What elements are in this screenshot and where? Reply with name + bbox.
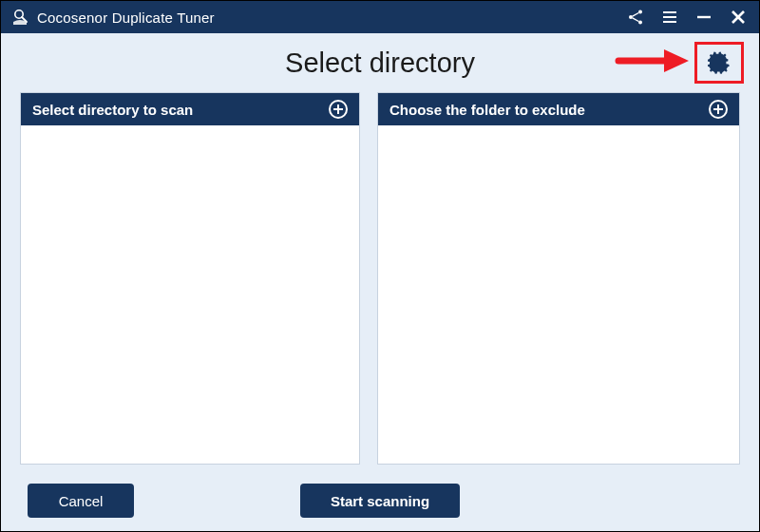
svg-marker-14: [664, 49, 689, 72]
exclude-panel: Choose the folder to exclude: [377, 92, 740, 465]
scan-panel: Select directory to scan: [20, 92, 360, 465]
footer: Cancel Start scanning: [1, 470, 759, 531]
svg-point-3: [629, 15, 633, 19]
cancel-button[interactable]: Cancel: [28, 484, 134, 518]
app-logo-icon: [10, 8, 29, 27]
svg-line-5: [633, 13, 639, 17]
close-icon: [730, 9, 747, 26]
annotation-arrow-icon: [615, 46, 689, 80]
add-scan-directory-button[interactable]: [327, 98, 350, 121]
scan-panel-header: Select directory to scan: [21, 93, 359, 125]
titlebar: Cocosenor Duplicate Tuner: [1, 1, 759, 33]
minimize-icon: [695, 9, 712, 26]
hamburger-icon: [661, 9, 678, 26]
svg-line-6: [633, 18, 639, 22]
close-button[interactable]: [721, 1, 755, 33]
exclude-directory-list[interactable]: [378, 125, 739, 464]
exclude-panel-header: Choose the folder to exclude: [378, 93, 739, 125]
add-exclude-directory-button[interactable]: [707, 98, 730, 121]
gear-icon: [708, 51, 731, 74]
svg-point-4: [638, 21, 642, 25]
plus-circle-icon: [708, 99, 729, 120]
share-button[interactable]: [618, 1, 653, 33]
start-scanning-button[interactable]: Start scanning: [300, 484, 460, 518]
settings-button[interactable]: [694, 42, 744, 84]
panels-container: Select directory to scan Choose the fold…: [1, 92, 759, 465]
scan-directory-list[interactable]: [21, 125, 359, 464]
plus-circle-icon: [328, 99, 349, 120]
page-header: Select directory: [1, 33, 759, 92]
scan-panel-title: Select directory to scan: [32, 102, 193, 118]
menu-button[interactable]: [653, 1, 687, 33]
exclude-panel-title: Choose the folder to exclude: [390, 102, 585, 118]
app-title: Cocosenor Duplicate Tuner: [37, 10, 215, 26]
page-title: Select directory: [285, 48, 475, 79]
minimize-button[interactable]: [687, 1, 721, 33]
share-icon: [627, 9, 644, 26]
svg-point-2: [638, 10, 642, 14]
